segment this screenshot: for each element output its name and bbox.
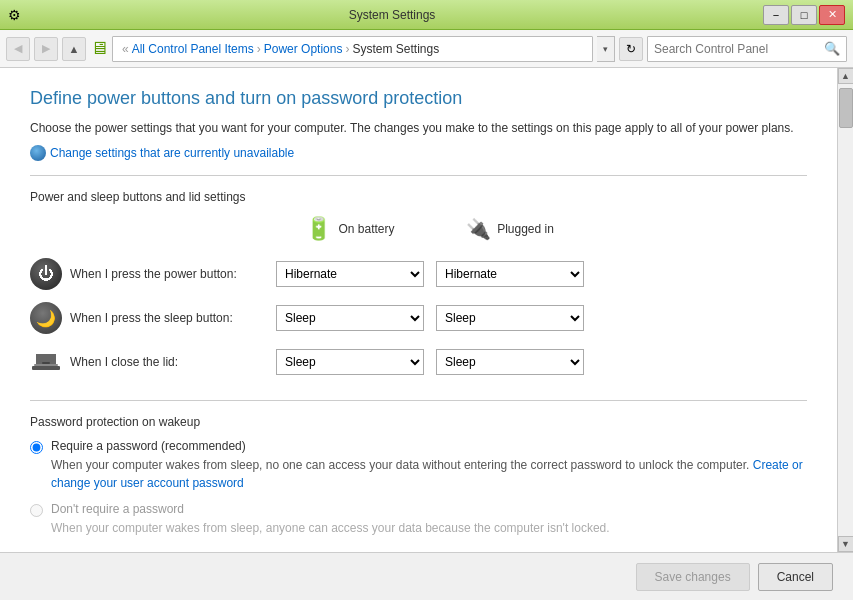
require-password-label: Require a password (recommended) xyxy=(51,439,807,453)
power-button-text: When I press the power button: xyxy=(70,267,237,281)
row-power-button-label: ⏻ When I press the power button: xyxy=(30,252,270,296)
col-header-plugged: 🔌 Plugged in xyxy=(430,217,590,251)
refresh-button[interactable]: ↻ xyxy=(619,37,643,61)
lid-plugged-select-wrapper: Do nothing Sleep Hibernate Shut down Tur… xyxy=(430,345,590,379)
no-password-label: Don't require a password xyxy=(51,502,610,516)
minimize-button[interactable]: − xyxy=(763,5,789,25)
power-button-icon: ⏻ xyxy=(30,258,62,290)
lid-plugged-select[interactable]: Do nothing Sleep Hibernate Shut down Tur… xyxy=(436,349,584,375)
sleep-button-icon: 🌙 xyxy=(30,302,62,334)
scrollbar-down-button[interactable]: ▼ xyxy=(838,536,854,552)
power-battery-select[interactable]: Do nothing Sleep Hibernate Shut down Tur… xyxy=(276,261,424,287)
change-settings-link[interactable]: Change settings that are currently unava… xyxy=(30,145,807,161)
sleep-plugged-select[interactable]: Do nothing Sleep Hibernate Shut down Tur… xyxy=(436,305,584,331)
section-divider-1 xyxy=(30,175,807,176)
title-bar: ⚙ System Settings − □ ✕ xyxy=(0,0,853,30)
search-icon: 🔍 xyxy=(824,41,840,56)
section-divider-2 xyxy=(30,400,807,401)
row-sleep-button-label: 🌙 When I press the sleep button: xyxy=(30,296,270,340)
search-box[interactable]: 🔍 xyxy=(647,36,847,62)
no-password-content: Don't require a password When your compu… xyxy=(51,502,610,537)
no-password-radio[interactable] xyxy=(30,504,43,517)
folder-icon: 🖥 xyxy=(90,38,108,59)
breadcrumb-item-3: System Settings xyxy=(352,42,439,56)
address-path: « All Control Panel Items › Power Option… xyxy=(112,36,593,62)
bottom-bar: Save changes Cancel xyxy=(0,552,853,600)
scrollbar-thumb[interactable] xyxy=(839,88,853,128)
page-description: Choose the power settings that you want … xyxy=(30,119,807,137)
lid-battery-select-wrapper: Do nothing Sleep Hibernate Shut down Tur… xyxy=(270,345,430,379)
require-password-option: Require a password (recommended) When yo… xyxy=(30,439,807,492)
sleep-button-text: When I press the sleep button: xyxy=(70,311,233,325)
scrollbar-up-button[interactable]: ▲ xyxy=(838,68,854,84)
lid-battery-select[interactable]: Do nothing Sleep Hibernate Shut down Tur… xyxy=(276,349,424,375)
globe-icon xyxy=(30,145,46,161)
sleep-plugged-select-wrapper: Do nothing Sleep Hibernate Shut down Tur… xyxy=(430,301,590,335)
page-title: Define power buttons and turn on passwor… xyxy=(30,88,807,109)
lid-icon xyxy=(30,346,62,378)
col-header-battery: 🔋 On battery xyxy=(270,216,430,252)
require-password-desc: When your computer wakes from sleep, no … xyxy=(51,456,807,492)
section2-label: Password protection on wakeup xyxy=(30,415,807,429)
scrollbar: ▲ ▼ xyxy=(837,68,853,552)
app-icon: ⚙ xyxy=(8,7,21,23)
window-title: System Settings xyxy=(21,8,763,22)
plugged-icon: 🔌 xyxy=(466,217,491,241)
power-battery-select-wrapper: Do nothing Sleep Hibernate Shut down Tur… xyxy=(270,257,430,291)
col-battery-label: On battery xyxy=(338,222,394,236)
svg-rect-0 xyxy=(34,364,58,366)
power-plugged-select-wrapper: Do nothing Sleep Hibernate Shut down Tur… xyxy=(430,257,590,291)
sleep-battery-select[interactable]: Do nothing Sleep Hibernate Shut down Tur… xyxy=(276,305,424,331)
content-area: Define power buttons and turn on passwor… xyxy=(0,68,837,552)
section1-label: Power and sleep buttons and lid settings xyxy=(30,190,807,204)
save-changes-button[interactable]: Save changes xyxy=(636,563,750,591)
lid-text: When I close the lid: xyxy=(70,355,178,369)
up-button[interactable]: ▲ xyxy=(62,37,86,61)
breadcrumb-item-1: All Control Panel Items xyxy=(132,42,254,56)
address-bar: ◀ ▶ ▲ 🖥 « All Control Panel Items › Powe… xyxy=(0,30,853,68)
address-dropdown[interactable]: ▾ xyxy=(597,36,615,62)
scrollbar-track[interactable] xyxy=(838,84,854,536)
no-password-desc: When your computer wakes from sleep, any… xyxy=(51,519,610,537)
row-lid-label: When I close the lid: xyxy=(30,340,270,384)
require-password-radio[interactable] xyxy=(30,441,43,454)
cancel-button[interactable]: Cancel xyxy=(758,563,833,591)
maximize-button[interactable]: □ xyxy=(791,5,817,25)
require-password-content: Require a password (recommended) When yo… xyxy=(51,439,807,492)
power-settings-grid: 🔋 On battery 🔌 Plugged in ⏻ When I press… xyxy=(30,216,807,384)
svg-rect-2 xyxy=(42,362,50,364)
col-plugged-label: Plugged in xyxy=(497,222,554,236)
power-plugged-select[interactable]: Do nothing Sleep Hibernate Shut down Tur… xyxy=(436,261,584,287)
breadcrumb-item-2[interactable]: Power Options xyxy=(264,42,343,56)
battery-icon: 🔋 xyxy=(305,216,332,242)
no-password-option: Don't require a password When your compu… xyxy=(30,502,807,537)
sleep-battery-select-wrapper: Do nothing Sleep Hibernate Shut down Tur… xyxy=(270,301,430,335)
close-button[interactable]: ✕ xyxy=(819,5,845,25)
forward-button[interactable]: ▶ xyxy=(34,37,58,61)
main-wrapper: Define power buttons and turn on passwor… xyxy=(0,68,853,552)
svg-rect-1 xyxy=(32,366,60,370)
search-input[interactable] xyxy=(654,42,824,56)
change-settings-label: Change settings that are currently unava… xyxy=(50,146,294,160)
back-button[interactable]: ◀ xyxy=(6,37,30,61)
